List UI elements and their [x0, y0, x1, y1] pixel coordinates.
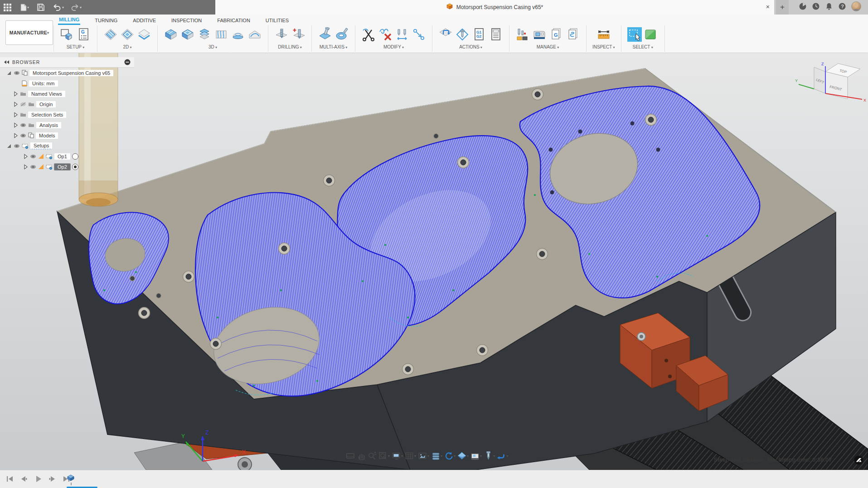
new-tab-button[interactable]: + — [776, 0, 789, 15]
file-menu-icon[interactable]: ▾ — [20, 4, 29, 11]
bore-button[interactable] — [291, 27, 305, 42]
autodesk-logo[interactable] — [854, 455, 863, 467]
post-library-button[interactable]: G — [549, 27, 563, 42]
redo-icon[interactable]: ▾ — [70, 4, 82, 11]
tree-label[interactable]: Models — [36, 132, 58, 139]
group-label-multi-axis[interactable]: MULTI-AXIS — [320, 44, 348, 49]
eye-icon[interactable] — [20, 123, 26, 127]
drill-button[interactable] — [274, 27, 289, 42]
expand-closed-icon[interactable] — [14, 91, 18, 97]
adaptive-clearing-button[interactable] — [164, 27, 178, 42]
tab-turning[interactable]: TURNING — [94, 17, 118, 24]
go-to-start-button[interactable] — [5, 474, 15, 485]
expand-closed-icon[interactable] — [14, 133, 18, 138]
tool-library-button[interactable] — [515, 27, 530, 42]
swarf-button[interactable] — [318, 27, 332, 42]
tree-row-op1[interactable]: Op1 — [0, 151, 136, 161]
help-icon[interactable]: ? — [838, 2, 846, 12]
paint-select-button[interactable] — [644, 27, 659, 42]
refresh-icon[interactable]: ▾ — [444, 451, 456, 461]
expand-closed-icon[interactable] — [14, 122, 18, 128]
passes-icon[interactable]: ▾ — [431, 451, 443, 461]
eye-off-icon[interactable] — [20, 102, 26, 107]
machine-display-icon[interactable]: ▾ — [470, 451, 482, 461]
expand-closed-icon[interactable] — [24, 154, 28, 159]
extensions-icon[interactable] — [799, 2, 807, 12]
nc-code-button[interactable]: G1G2 — [472, 27, 486, 42]
parallel-button[interactable] — [214, 27, 228, 42]
nc-program-button[interactable]: G — [77, 27, 91, 42]
step-back-button[interactable] — [19, 474, 29, 485]
close-tab-icon[interactable]: × — [766, 3, 770, 10]
tree-row-root[interactable]: Motorsport Suspension Casing v65 — [0, 68, 136, 78]
tree-row-models[interactable]: Models — [0, 130, 136, 141]
setup-active-radio-selected[interactable] — [72, 164, 78, 170]
tree-label[interactable]: Op1 — [54, 153, 70, 160]
expand-open-icon[interactable] — [6, 143, 12, 149]
tool-display-icon[interactable]: ▾ — [483, 451, 495, 461]
measure-button[interactable] — [596, 27, 611, 42]
tree-label[interactable]: Setups — [30, 142, 52, 149]
zoom-window-icon[interactable]: ▾ — [378, 451, 390, 461]
ramp-button[interactable] — [247, 27, 262, 42]
scallop-button[interactable] — [231, 27, 245, 42]
document-tab[interactable]: Motorsport Suspension Casing v65* × — [215, 0, 774, 15]
tab-utilities[interactable]: UTILITIES — [265, 17, 290, 24]
group-label-setup[interactable]: SETUP — [67, 44, 85, 49]
tree-label-selected[interactable]: Op2 — [54, 164, 70, 170]
setup-button[interactable] — [60, 27, 74, 42]
app-grid-icon[interactable] — [4, 4, 11, 11]
eye-icon[interactable] — [14, 144, 20, 148]
stock-display-icon[interactable]: ▾ — [457, 451, 469, 461]
tree-row-setups[interactable]: Setups — [0, 141, 136, 151]
group-label-2d[interactable]: 2D — [123, 44, 131, 49]
zoom-icon[interactable] — [367, 451, 377, 461]
display-settings-icon[interactable]: ▾ — [391, 451, 403, 461]
tab-additive[interactable]: ADDITIVE — [132, 17, 157, 24]
group-label-actions[interactable]: ACTIONS — [459, 44, 482, 49]
collapse-panel-icon[interactable] — [4, 60, 10, 64]
group-label-drilling[interactable]: DRILLING — [278, 44, 301, 49]
expand-open-icon[interactable] — [6, 70, 12, 76]
2d-adaptive-button[interactable] — [103, 27, 118, 42]
2d-contour-button[interactable] — [137, 27, 151, 42]
replace-tool-button[interactable] — [395, 27, 409, 42]
tab-milling[interactable]: MILLING — [58, 16, 80, 25]
undo-icon[interactable]: ▾ — [53, 4, 64, 11]
post-process-button[interactable] — [455, 27, 470, 42]
tree-row-selection-sets[interactable]: Selection Sets — [0, 109, 136, 120]
expand-closed-icon[interactable] — [14, 102, 18, 107]
tree-row-op2[interactable]: Op2 — [0, 161, 136, 172]
tab-inspection[interactable]: INSPECTION — [170, 17, 203, 24]
job-status-icon[interactable] — [812, 2, 820, 12]
browser-header[interactable]: BROWSER — [0, 57, 134, 68]
eye-icon[interactable] — [20, 133, 26, 138]
multi-axis-flow-button[interactable] — [335, 27, 349, 42]
tree-label[interactable]: Named Views — [28, 91, 65, 97]
tree-row-origin[interactable]: Origin — [0, 99, 136, 109]
eye-icon[interactable] — [30, 154, 36, 159]
step-forward-button[interactable] — [48, 474, 57, 485]
machine-library-button[interactable] — [532, 27, 547, 42]
avatar[interactable] — [851, 1, 861, 13]
notifications-icon[interactable] — [825, 2, 833, 12]
expand-closed-icon[interactable] — [24, 164, 28, 170]
play-button[interactable] — [34, 474, 43, 485]
tree-label[interactable]: Motorsport Suspension Casing v65 — [29, 70, 113, 76]
template-library-button[interactable] — [566, 27, 580, 42]
2d-pocket-button[interactable] — [120, 27, 135, 42]
delete-passes-button[interactable] — [378, 27, 393, 42]
fit-view-icon[interactable] — [345, 451, 355, 461]
window-select-button[interactable] — [627, 27, 642, 42]
tree-row-analysis[interactable]: Analysis — [0, 120, 136, 130]
simulate-button[interactable] — [438, 27, 453, 42]
setup-active-radio[interactable] — [72, 153, 78, 160]
pan-icon[interactable] — [356, 451, 366, 461]
tree-label[interactable]: Units: mm — [29, 80, 58, 87]
tree-label[interactable]: Analysis — [36, 122, 61, 128]
grid-snap-icon[interactable]: ▾ — [404, 451, 417, 461]
save-icon[interactable] — [37, 4, 44, 11]
group-label-inspect[interactable]: INSPECT — [592, 44, 615, 49]
toolpath-display-icon[interactable]: ▾ — [496, 451, 509, 461]
expand-closed-icon[interactable] — [14, 112, 18, 117]
